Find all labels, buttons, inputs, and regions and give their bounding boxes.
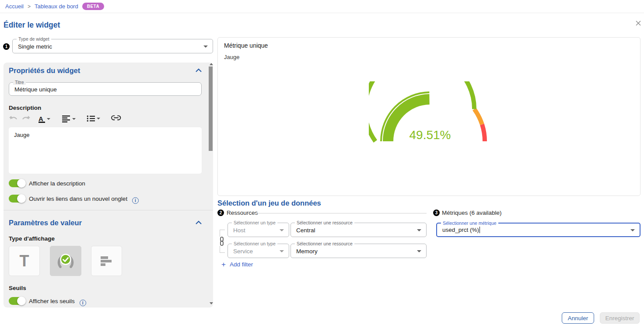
chevron-down-icon — [47, 118, 50, 120]
preview-title: Métrique unique — [224, 42, 268, 49]
widget-preview-panel: Métrique unique Jauge 49.51% — [217, 37, 640, 196]
breadcrumb-separator-icon: > — [28, 3, 31, 10]
description-textarea[interactable]: Jauge — [9, 127, 202, 174]
description-label: Description — [9, 105, 41, 111]
step-2-badge: 2 — [217, 210, 224, 216]
title-input-value: Métrique unique — [14, 86, 57, 92]
section-divider — [4, 210, 213, 210]
undo-icon[interactable] — [9, 115, 18, 122]
metric-select-label: Sélectionner une métrique — [441, 220, 498, 226]
resource-label-1: Sélectionner une ressource — [295, 220, 354, 225]
close-icon[interactable] — [634, 19, 642, 27]
step-3-badge: 3 — [433, 210, 440, 216]
chevron-down-icon — [280, 250, 284, 252]
scrollbar-thumb[interactable] — [209, 66, 213, 151]
resource-value-2: Memory — [296, 248, 318, 254]
info-icon[interactable] — [132, 197, 139, 204]
toggle-knob — [17, 194, 26, 203]
chevron-down-icon — [280, 229, 284, 231]
redo-icon[interactable] — [21, 115, 31, 122]
display-option-bar-chart[interactable] — [91, 246, 122, 276]
gauge-value: 49.51% — [410, 128, 451, 142]
resource-type-label-1: Sélectionner un type — [232, 220, 277, 225]
show-description-toggle[interactable] — [9, 179, 25, 187]
resource-value-1: Central — [296, 227, 315, 233]
resource-type-select-2[interactable]: Sélectionner un type Service — [228, 244, 289, 258]
gauge-display-icon — [56, 252, 76, 270]
title-input-label: Titre — [13, 80, 26, 85]
resource-type-value-1: Host — [233, 227, 245, 233]
chevron-down-icon — [417, 250, 421, 252]
breadcrumb: Accueil > Tableaux de bord BETA — [0, 0, 644, 13]
gauge-chart: 49.51% — [369, 81, 491, 145]
widget-properties-panel: Propriétés du widget Titre Métrique uniq… — [4, 63, 213, 308]
resource-connector-stub — [220, 230, 225, 230]
show-description-label: Afficher la description — [29, 180, 85, 187]
display-type-options — [4, 246, 213, 276]
collapse-properties-icon[interactable] — [195, 68, 202, 73]
show-thresholds-toggle[interactable] — [9, 297, 25, 305]
text-color-icon[interactable] — [38, 115, 50, 123]
chevron-down-icon — [203, 45, 208, 48]
open-links-new-tab-toggle[interactable] — [9, 195, 25, 203]
display-option-text[interactable] — [9, 246, 40, 276]
resource-connector-stub — [220, 252, 225, 253]
chevron-down-icon — [630, 229, 635, 231]
show-thresholds-label: Afficher les seuils — [29, 298, 86, 306]
page-title: Éditer le widget — [4, 21, 60, 30]
metric-select[interactable]: Sélectionner une métrique used_prct (%) — [436, 223, 640, 237]
text-display-icon — [20, 253, 29, 269]
richtext-toolbar — [9, 115, 140, 126]
widget-type-value: Single metric — [18, 43, 52, 49]
resource-label-2: Sélectionner une ressource — [295, 241, 354, 246]
resource-select-1[interactable]: Sélectionner une ressource Central — [290, 223, 427, 237]
resource-type-label-2: Sélectionner un type — [232, 241, 277, 246]
collapse-value-params-icon[interactable] — [195, 220, 202, 225]
metrics-label: Métriques (6 available) — [442, 210, 502, 216]
scroll-down-icon[interactable] — [210, 302, 213, 304]
plus-icon — [221, 261, 226, 268]
align-icon[interactable] — [62, 115, 76, 122]
breadcrumb-dashboards-link[interactable]: Tableaux de bord — [35, 3, 78, 10]
chevron-down-icon — [97, 118, 100, 119]
title-input[interactable]: Titre Métrique unique — [9, 82, 202, 96]
resource-type-value-2: Service — [233, 248, 253, 254]
open-links-new-tab-label: Ouvrir les liens dans un nouvel onglet — [29, 196, 139, 204]
save-button[interactable]: Enregistrer — [600, 312, 640, 324]
beta-badge: BETA — [82, 3, 104, 10]
step-1-badge: 1 — [3, 43, 10, 50]
properties-heading: Propriétés du widget — [9, 66, 80, 75]
info-icon[interactable] — [80, 300, 86, 306]
chevron-down-icon — [417, 229, 421, 231]
breadcrumb-home-link[interactable]: Accueil — [5, 3, 24, 10]
thresholds-label: Seuils — [9, 285, 26, 291]
list-icon[interactable] — [87, 115, 100, 122]
widget-type-label: Type de widget — [17, 36, 51, 42]
display-type-label: Type d'affichage — [9, 235, 55, 242]
add-filter-label: Add filter — [230, 261, 253, 268]
cancel-button[interactable]: Annuler — [562, 312, 594, 324]
resource-select-2[interactable]: Sélectionner une ressource Memory — [290, 244, 427, 258]
description-text: Jauge — [14, 132, 29, 138]
widget-type-select[interactable]: Type de widget Single metric — [12, 39, 213, 53]
text-cursor — [480, 227, 480, 233]
chevron-down-icon — [72, 118, 76, 120]
metric-select-value: used_prct (%) — [442, 227, 479, 233]
toggle-knob — [17, 297, 26, 305]
resources-label: Ressources — [227, 210, 258, 216]
dataset-heading: Sélection d'un jeu de données — [217, 199, 321, 207]
scroll-up-icon[interactable] — [210, 63, 213, 65]
add-filter-button[interactable]: Add filter — [221, 261, 253, 268]
link-resources-icon — [219, 237, 225, 246]
edit-widget-page: Accueil > Tableaux de bord BETA Éditer l… — [0, 0, 644, 325]
resource-type-select-1[interactable]: Sélectionner un type Host — [228, 223, 289, 237]
preview-subtitle: Jauge — [224, 54, 239, 60]
value-params-heading: Paramètres de valeur — [9, 219, 82, 227]
resources-divider — [255, 213, 427, 213]
display-option-gauge[interactable] — [50, 246, 81, 276]
bar-chart-display-icon — [101, 256, 112, 266]
toggle-knob — [17, 179, 26, 188]
link-icon[interactable] — [111, 115, 121, 121]
